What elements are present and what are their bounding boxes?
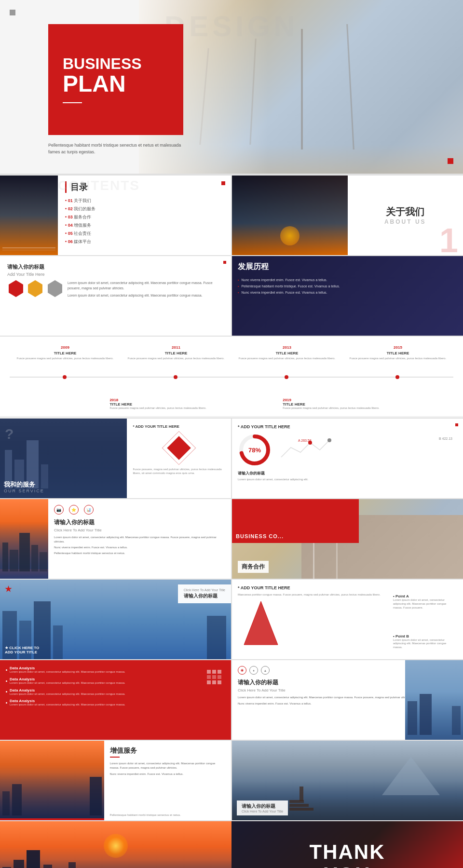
icon-chart: 📊 xyxy=(84,505,94,515)
icon-camera: 📷 xyxy=(54,505,64,515)
chart-title: * ADD YOUR TITLE HERE xyxy=(238,424,457,429)
slide-social-service: 增值服务 Lorem ipsum dolor sit amet, consect… xyxy=(0,741,231,820)
icon-circle-1: ◉ xyxy=(238,666,246,675)
hex-desc2: Lorem ipsum dolor sit amet, consectetur … xyxy=(68,293,224,298)
triangle-shape xyxy=(242,599,280,649)
thankyou-line2: YOU xyxy=(310,864,385,868)
toc-red-dot xyxy=(221,181,225,185)
about-text-area: 关于我们 ABOUT US 1 xyxy=(348,176,463,255)
input-subtitle: Click Here To Add Your Title xyxy=(54,528,225,532)
history-item-2: • Pellentesque habitant morbi tristique.… xyxy=(238,283,457,289)
chart-desc: Lorem ipsum dolor sit amet, consectetur … xyxy=(238,477,457,481)
toc-item-1: • 01 关于我们 xyxy=(65,197,224,205)
toc-watermark: CONTENTS xyxy=(58,178,140,193)
service-text: 我和的服务 OUR SERVICE xyxy=(4,481,44,493)
hex-shape-2 xyxy=(28,285,42,293)
input-right-city-photo xyxy=(405,660,463,740)
timeline-dot-2 xyxy=(174,375,177,379)
service-desc: Fusce posuere, magna sed pulvinar ultric… xyxy=(133,467,225,475)
timeline-dot-4 xyxy=(395,375,399,379)
slide-thank-you: 请输入你的标题 Click Here To Add Your Title THA… xyxy=(0,821,463,868)
slide-cover: DESIGN BUSINESS PLAN Pellentesque habita… xyxy=(0,0,463,174)
timeline-dot-3 xyxy=(285,375,288,379)
history-item-3: • Nunc viverra imperdiet enim. Fusce est… xyxy=(238,289,457,296)
history-item-1: • Nunc viverra imperdiet enim. Fusce est… xyxy=(238,277,457,283)
social-desc2: Nunc viverra imperdiet enim. Fusce est. … xyxy=(110,772,225,776)
timeline-item-3: 2013 TITLE HERE Fusce posuere magna sed … xyxy=(232,345,342,361)
slide-hexagon: 请输入你的标题 Add Your Title Here Lorem ipsum … xyxy=(0,256,231,336)
chart-corner-dot xyxy=(455,423,458,426)
svg-marker-4 xyxy=(244,601,278,645)
cover-subtitle: Pellentesque habitant morbi tristique se… xyxy=(48,142,183,155)
point-a-item: • Point A Lorem ipsum dolor sit amet, co… xyxy=(393,594,456,610)
row-click-point: Click Here To Add Your Title 请输入你的标题 ★ ★… xyxy=(0,580,463,659)
slide-input-right: ◉ ♦ ▲ 请输入你的标题 Click Here To Add Your Tit… xyxy=(232,660,463,740)
thankyou-left-photo: 请输入你的标题 Click Here To Add Your Title xyxy=(0,821,232,868)
slide-points: * ADD YOUR TITLE HERE Maecenas porttitor… xyxy=(232,580,463,659)
social-right-content: 增值服务 Lorem ipsum dolor sit amet, consect… xyxy=(104,741,231,820)
cover-title2: PLAN xyxy=(63,71,169,97)
toc-item-3: • 03 服务合作 xyxy=(65,213,224,221)
social-bottom-text: Pellentesque habitant morbi tristique se… xyxy=(110,814,181,816)
chart-progress-circle: 78% xyxy=(238,433,272,467)
input-title-text: 请输入你的标题 xyxy=(54,518,225,527)
input-desc2: Nunc viverra imperdiet enim. Fusce est. … xyxy=(54,545,225,550)
history-title: 发展历程 xyxy=(238,262,457,272)
cover-red-box: BUSINESS PLAN xyxy=(48,24,183,135)
chart-percentage: 78% xyxy=(248,447,261,454)
row-toc-about: CONTENTS 目录 • 01 关于我们 • 02 我们的服务 • 03 服务… xyxy=(0,176,463,255)
toc-item-5: • 05 社会责任 xyxy=(65,230,224,238)
analysis-items: Data Analysis Lorem ipsum dolor sit amet… xyxy=(6,666,225,707)
slide-business-coop: BUSINESS CO... 商务合作 xyxy=(232,499,463,579)
hex-subtitle: Add Your Title Here xyxy=(7,272,224,277)
timeline-item-4: 2015 TITLE HERE Fusce posuere magna sed … xyxy=(342,345,453,361)
icon-star: ⭐ xyxy=(69,505,79,515)
chart-line-area: B 422.13 A 263.58 xyxy=(276,433,457,467)
thankyou-line1: THANK xyxy=(310,841,385,863)
slide-timeline: 2009 TITLE HERE Fusce posuere magna sed … xyxy=(0,337,463,416)
input-desc3: Pellentesque habitant morbi tristique se… xyxy=(54,551,225,556)
row-input-biz: 📷 ⭐ 📊 请输入你的标题 Click Here To Add Your Tit… xyxy=(0,499,463,579)
analysis-item-2: Data Analysis Lorem ipsum dolor sit amet… xyxy=(6,677,225,685)
cover-title1: BUSINESS xyxy=(63,56,169,71)
biz-en-text: BUSINESS CO... xyxy=(236,533,284,539)
slide-chart: * ADD YOUR TITLE HERE 78% B 422.13 xyxy=(232,419,463,498)
timeline-dot-1 xyxy=(63,375,67,379)
about-left-image xyxy=(232,176,348,255)
thankyou-text-container: THANK YOU xyxy=(310,841,385,868)
timeline-item-6: 2019 TITLE HERE Fusce posuere magna sed … xyxy=(280,398,453,410)
chart-point-a: A 263.58 xyxy=(298,439,312,442)
thankyou-right: THANK YOU xyxy=(232,821,463,868)
click-here-text: ★ CLICK HERE TOADD YOUR TITLE xyxy=(5,646,39,654)
toc-item-6: • 06 媒体平台 xyxy=(65,238,224,246)
row-service-chart: 我和的服务 OUR SERVICE ? * ADD YOUR TITLE HER… xyxy=(0,419,463,498)
slide-data-analysis: Data Analysis Lorem ipsum dolor sit amet… xyxy=(0,660,231,740)
timeline-axis xyxy=(10,377,453,378)
slide-final-input: 请输入你的标题 Click Here To Add Your Title xyxy=(232,741,463,820)
about-en-title: ABOUT US xyxy=(384,218,426,225)
about-cn-title: 关于我们 xyxy=(386,205,424,218)
timeline-item-5: 2018 TITLE HERE Fusce posuere magna sed … xyxy=(107,398,280,410)
service-question-mark: ? xyxy=(5,426,14,442)
row-hex-history: 请输入你的标题 Add Your Title Here Lorem ipsum … xyxy=(0,256,463,336)
social-desc: Lorem ipsum dolor sit amet, consectetur … xyxy=(110,761,225,770)
service-diamond-outer xyxy=(162,431,196,465)
slide-about: 关于我们 ABOUT US 1 xyxy=(232,176,463,255)
icon-circle-3: ▲ xyxy=(261,666,270,675)
input-left-image xyxy=(0,499,48,579)
timeline-item-1: 2009 TITLE HERE Fusce posuere magna sed … xyxy=(10,345,121,361)
service-right-content: * ADD YOUR TITLE HERE Fusce posuere, mag… xyxy=(127,419,231,498)
hex-shape-1 xyxy=(9,285,23,293)
row-analysis-input: Data Analysis Lorem ipsum dolor sit amet… xyxy=(0,660,463,740)
chart-point-b: B 422.13 xyxy=(439,437,452,440)
slide-input-title: 📷 ⭐ 📊 请输入你的标题 Click Here To Add Your Tit… xyxy=(0,499,231,579)
social-left-photo xyxy=(0,741,104,820)
service-bg-image: 我和的服务 OUR SERVICE ? xyxy=(0,419,127,498)
timeline-item-2: 2011 TITLE HERE Fusce posuere magna sed … xyxy=(121,345,232,361)
social-bottom-accent xyxy=(0,818,104,820)
biz-cn-text: 商务合作 xyxy=(238,561,269,573)
input-right-content: 📷 ⭐ 📊 请输入你的标题 Click Here To Add Your Tit… xyxy=(48,499,231,579)
hex-desc: Lorem ipsum dolor sit amet, consectetur … xyxy=(68,281,224,291)
toc-item-2: • 02 我们的服务 xyxy=(65,205,224,213)
history-items: • Nunc viverra imperdiet enim. Fusce est… xyxy=(238,277,457,296)
